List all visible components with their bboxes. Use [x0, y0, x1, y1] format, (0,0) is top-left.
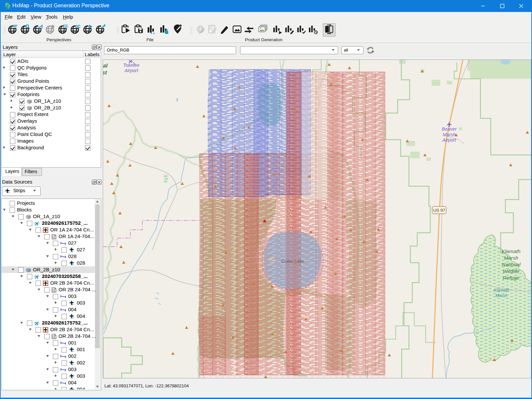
svg-text:Wildlife: Wildlife — [503, 268, 519, 274]
svg-text:Klamath: Klamath — [493, 288, 509, 293]
svg-text:nal: nal — [103, 63, 108, 69]
svg-text:est: est — [103, 69, 107, 76]
svg-text:Airport: Airport — [124, 68, 138, 73]
svg-text:Marsh: Marsh — [443, 132, 456, 137]
svg-text:Crater Lake: Crater Lake — [281, 259, 304, 264]
svg-text:Klamath: Klamath — [502, 248, 521, 254]
svg-text:US 97: US 97 — [433, 208, 445, 213]
svg-text:Marsh: Marsh — [495, 293, 507, 298]
svg-text:Airport: Airport — [442, 137, 456, 143]
svg-text:Beaver: Beaver — [442, 126, 457, 132]
svg-text:Refuge: Refuge — [503, 275, 519, 281]
svg-text:Toketee: Toketee — [123, 63, 140, 68]
svg-text:Marsh: Marsh — [504, 255, 518, 261]
svg-text:National: National — [502, 262, 521, 267]
